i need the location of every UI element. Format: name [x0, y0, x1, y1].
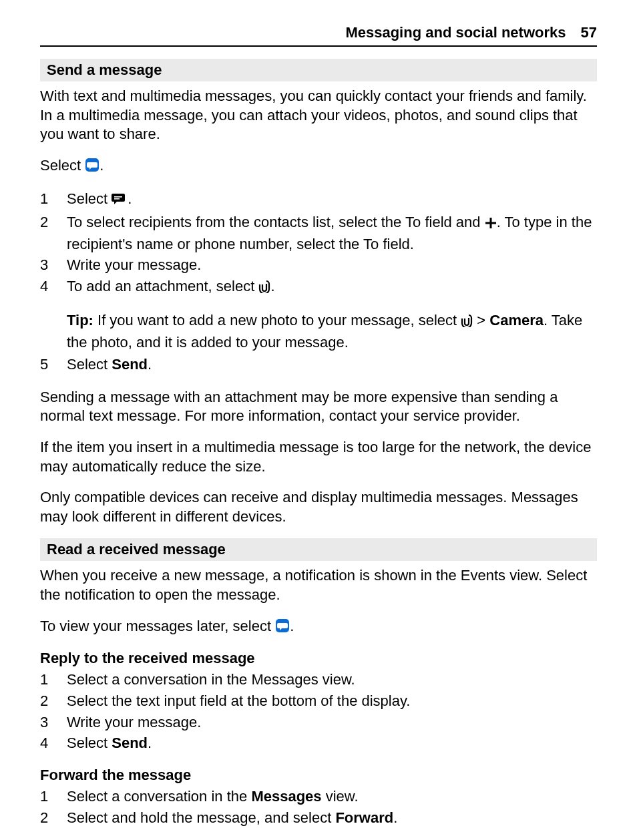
reply-step-4: Select Send. [40, 733, 597, 753]
view-later-b: . [290, 618, 294, 634]
tip-a: If you want to add a new photo to your m… [93, 312, 461, 329]
reply-heading: Reply to the received message [40, 650, 597, 667]
step2-a: To select recipients from the contacts l… [67, 214, 485, 230]
attachment-icon [461, 312, 473, 333]
page-header: Messaging and social networks 57 [40, 24, 597, 47]
f2-forward: Forward [335, 809, 393, 826]
tip-block: Tip: If you want to add a new photo to y… [67, 310, 597, 352]
f1-a: Select a conversation in the [67, 788, 251, 805]
new-message-icon [112, 191, 128, 211]
select-app-line: Select . [40, 156, 597, 178]
step1-prefix: Select [67, 190, 112, 207]
step-1: Select . [40, 189, 597, 211]
section-heading-read: Read a received message [40, 538, 597, 561]
step5-send: Send [112, 356, 148, 373]
f2-c: . [393, 809, 397, 826]
select-period: . [99, 157, 103, 174]
tip-gt: > [473, 312, 489, 329]
svg-rect-4 [485, 222, 496, 224]
reply4-a: Select [67, 734, 112, 751]
step5-c: . [148, 356, 152, 373]
messaging-app-icon [85, 158, 99, 178]
forward-step-2: Select and hold the message, and select … [40, 808, 597, 828]
f1-messages: Messages [251, 788, 321, 805]
reply-steps-list: Select a conversation in the Messages vi… [40, 670, 597, 753]
f1-c: view. [322, 788, 359, 805]
messaging-app-icon [275, 618, 290, 638]
forward-steps-list: Select a conversation in the Messages vi… [40, 787, 597, 827]
step-5: Select Send. [40, 355, 597, 375]
section-heading-send: Send a message [40, 59, 597, 81]
attachment-cost-paragraph: Sending a message with an attachment may… [40, 388, 597, 426]
tip-label: Tip: [67, 312, 93, 329]
header-title: Messaging and social networks [345, 24, 566, 41]
forward-heading: Forward the message [40, 767, 597, 784]
reply-step-2: Select the text input field at the botto… [40, 691, 597, 711]
step-4: To add an attachment, select . Tip: If y… [40, 276, 597, 352]
send-steps-list: Select . To select recipients from the c… [40, 189, 597, 375]
intro-paragraph: With text and multimedia messages, you c… [40, 87, 597, 144]
forward-step-1: Select a conversation in the Messages vi… [40, 787, 597, 807]
compatibility-paragraph: Only compatible devices can receive and … [40, 488, 597, 526]
step4-a: To add an attachment, select [67, 278, 258, 294]
read-intro-paragraph: When you receive a new message, a notifi… [40, 566, 597, 604]
size-reduce-paragraph: If the item you insert in a multimedia m… [40, 438, 597, 476]
page-number: 57 [581, 24, 597, 41]
view-later-a: To view your messages later, select [40, 618, 275, 634]
step4-period: . [270, 278, 274, 294]
svg-rect-2 [114, 198, 120, 200]
step-2: To select recipients from the contacts l… [40, 212, 597, 254]
select-prefix: Select [40, 157, 85, 174]
step1-period: . [128, 190, 132, 207]
plus-icon [485, 214, 497, 234]
step5-a: Select [67, 356, 112, 373]
svg-rect-1 [114, 196, 122, 198]
reply-step-1: Select a conversation in the Messages vi… [40, 670, 597, 690]
view-later-line: To view your messages later, select . [40, 617, 597, 638]
tip-camera: Camera [489, 312, 544, 329]
attachment-icon [258, 278, 270, 298]
reply4-send: Send [112, 734, 148, 751]
step-3: Write your message. [40, 255, 597, 275]
page: Messaging and social networks 57 Send a … [0, 0, 637, 840]
f2-a: Select and hold the message, and select [67, 809, 335, 826]
reply-step-3: Write your message. [40, 712, 597, 732]
reply4-c: . [148, 734, 152, 751]
